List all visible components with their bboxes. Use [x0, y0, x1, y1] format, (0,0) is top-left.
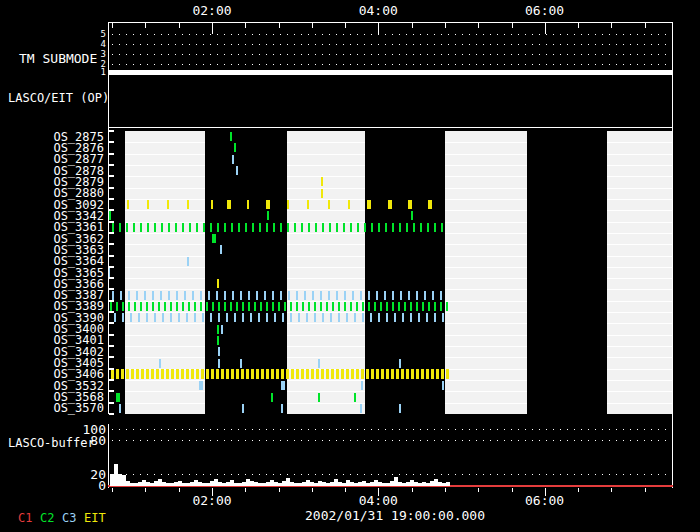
event-mark	[126, 223, 128, 232]
event-mark	[247, 200, 249, 209]
event-mark	[350, 223, 352, 232]
row-axis-tick	[109, 221, 114, 223]
event-mark	[208, 291, 210, 300]
row-separator	[445, 357, 527, 358]
tm-ytick-label: 4	[0, 40, 106, 49]
buffer-axis-right	[672, 414, 673, 488]
event-mark	[146, 302, 148, 311]
event-mark	[238, 223, 240, 232]
event-mark	[378, 223, 380, 232]
event-mark	[161, 223, 163, 232]
row-separator	[287, 210, 365, 211]
event-mark	[217, 336, 219, 345]
event-mark	[354, 313, 356, 322]
event-mark	[301, 369, 304, 379]
event-mark	[336, 291, 338, 300]
event-mark	[290, 313, 292, 322]
buffer-minor-tick	[245, 488, 246, 492]
event-mark	[220, 245, 222, 254]
event-mark	[266, 369, 269, 379]
event-mark	[246, 369, 249, 379]
event-mark	[188, 302, 190, 311]
row-separator	[287, 165, 365, 166]
buffer-minor-tick	[179, 488, 180, 492]
event-mark	[221, 325, 223, 334]
event-mark	[272, 291, 274, 300]
event-mark	[272, 302, 274, 311]
event-mark	[346, 313, 348, 322]
event-mark	[370, 313, 372, 322]
row-separator	[125, 222, 205, 223]
event-mark	[128, 302, 130, 311]
event-mark	[112, 223, 114, 232]
histogram-bar	[446, 482, 450, 486]
row-separator	[607, 210, 672, 211]
row-separator	[287, 188, 365, 189]
row-separator	[607, 267, 672, 268]
event-mark	[160, 291, 162, 300]
event-mark	[362, 302, 364, 311]
event-mark	[386, 369, 389, 379]
row-separator	[445, 165, 527, 166]
event-mark	[144, 291, 146, 300]
row-separator	[125, 323, 205, 324]
event-mark	[350, 302, 352, 311]
event-mark	[156, 369, 159, 379]
event-mark	[271, 369, 274, 379]
event-mark	[234, 143, 236, 152]
event-mark	[326, 369, 329, 379]
row-separator	[125, 380, 205, 381]
event-mark	[436, 369, 439, 379]
event-mark	[122, 313, 124, 322]
row-axis-tick	[109, 141, 114, 143]
event-mark	[356, 369, 359, 379]
event-mark	[176, 302, 178, 311]
event-mark	[381, 369, 384, 379]
event-mark	[406, 223, 408, 232]
row-axis-tick	[109, 356, 114, 358]
row-separator	[125, 210, 205, 211]
x-axis-major-tick	[212, 23, 213, 34]
event-mark	[328, 200, 330, 209]
event-mark	[266, 223, 268, 232]
event-mark	[218, 302, 220, 311]
row-separator	[125, 346, 205, 347]
row-separator	[607, 233, 672, 234]
event-mark	[385, 223, 387, 232]
event-mark	[442, 313, 444, 322]
timestamp: 2002/01/31 19:00:00.000	[305, 509, 485, 523]
row-separator	[445, 312, 527, 313]
event-mark	[182, 302, 184, 311]
event-mark	[287, 200, 289, 209]
row-separator	[607, 154, 672, 155]
row-separator	[287, 357, 365, 358]
event-mark	[424, 291, 426, 300]
row-separator	[125, 176, 205, 177]
event-mark	[426, 313, 428, 322]
row-axis-tick	[109, 209, 114, 211]
event-mark	[199, 381, 203, 390]
event-mark	[322, 223, 324, 232]
light-band	[445, 131, 527, 414]
event-mark	[442, 381, 444, 390]
row-axis-tick	[109, 243, 114, 245]
row-separator	[287, 233, 365, 234]
row-separator	[607, 323, 672, 324]
event-mark	[406, 369, 409, 379]
event-mark	[259, 223, 261, 232]
event-mark	[241, 369, 244, 379]
row-separator	[445, 222, 527, 223]
event-mark	[371, 369, 374, 379]
event-mark	[245, 223, 247, 232]
event-mark	[378, 313, 380, 322]
event-mark	[332, 302, 334, 311]
event-mark	[182, 223, 184, 232]
event-mark	[201, 369, 204, 379]
tm-ytick-label: 1	[0, 68, 106, 77]
row-separator	[607, 256, 672, 257]
row-separator	[125, 154, 205, 155]
event-mark	[130, 313, 132, 322]
buffer-grid-dotline	[112, 440, 670, 441]
x-axis-major-tick	[378, 23, 379, 34]
row-axis-tick	[109, 345, 114, 347]
